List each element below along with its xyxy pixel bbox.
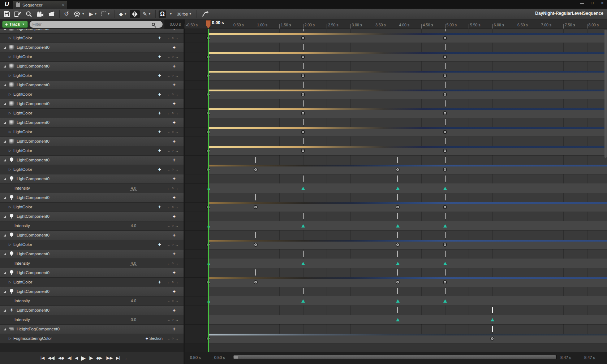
key-circle[interactable] <box>254 280 258 284</box>
key-navigation[interactable]: ←○→ <box>167 55 178 59</box>
save-icon[interactable] <box>2 10 12 18</box>
next-key-icon[interactable]: → <box>175 36 178 40</box>
next-key-icon[interactable]: → <box>175 318 178 322</box>
next-key-icon[interactable]: → <box>175 205 178 209</box>
key-circle[interactable] <box>443 280 447 284</box>
key-circle[interactable] <box>443 111 447 115</box>
expand-arrow-icon[interactable] <box>4 196 6 199</box>
track-row-lightcolor[interactable]: ▷LightColor+←○→ <box>0 34 184 43</box>
track-row-lightcomponent0[interactable]: LightComponent0+ <box>0 156 184 165</box>
track-row-foginscatteringcolor[interactable]: ▷FogInscatteringColor+Section←○→ <box>0 334 184 343</box>
prev-key-icon[interactable]: ← <box>167 130 171 134</box>
fps-dropdown[interactable]: 30 fps▼ <box>175 11 194 17</box>
add-key-button[interactable]: + <box>158 279 161 285</box>
collapse-arrow-icon[interactable]: ▷ <box>9 280 11 284</box>
add-section-button[interactable]: + <box>173 101 176 107</box>
tab-close-icon[interactable]: × <box>62 3 64 7</box>
timeline-row[interactable] <box>185 268 607 278</box>
add-key-icon[interactable]: ○ <box>172 130 174 134</box>
key-circle[interactable] <box>301 130 305 134</box>
key-circle[interactable] <box>443 36 447 40</box>
timeline-row[interactable] <box>185 146 607 156</box>
time-ruler[interactable]: -0.50 s0.50 s1.00 s1.50 s2.00 s2.50 s3.0… <box>185 20 607 29</box>
minimize-button[interactable]: — <box>579 1 585 5</box>
track-row-lightcolor[interactable]: ▷LightColor+←○→ <box>0 127 184 137</box>
add-key-icon[interactable]: ○ <box>172 299 174 303</box>
timeline-row[interactable] <box>185 184 607 193</box>
add-key-icon[interactable]: ○ <box>172 168 174 171</box>
key-circle[interactable] <box>443 74 447 78</box>
timeline-row[interactable] <box>185 231 607 240</box>
track-row-lightcomponent0[interactable]: LightComponent0+ <box>0 250 184 259</box>
key-circle[interactable] <box>301 149 305 153</box>
timeline-row[interactable] <box>185 287 607 296</box>
add-key-button[interactable]: + <box>158 148 161 153</box>
close-button[interactable]: × <box>599 1 606 5</box>
next-key-icon[interactable]: → <box>175 55 178 59</box>
add-key-icon[interactable]: ○ <box>172 186 174 190</box>
intensity-value-field[interactable]: 4.0 <box>130 186 137 191</box>
key-circle[interactable] <box>301 92 305 96</box>
collapsed-key-tick[interactable] <box>397 251 398 257</box>
add-key-icon[interactable]: ○ <box>172 205 174 209</box>
collapsed-key-tick[interactable] <box>397 269 398 276</box>
prev-key-icon[interactable]: ← <box>167 111 171 115</box>
track-row-lightcolor[interactable]: ▷LightColor+←○→ <box>0 203 184 212</box>
add-key-icon[interactable]: ○ <box>172 261 174 265</box>
marquee-select-icon[interactable]: ▼ <box>100 11 112 17</box>
prev-key-button[interactable]: ◀◆ <box>58 356 64 360</box>
collapsed-key-tick[interactable] <box>397 176 398 182</box>
add-section-button[interactable]: +Section <box>146 336 163 341</box>
playhead-line[interactable] <box>208 29 209 352</box>
keyframe-options-icon[interactable]: ◆▼ <box>118 10 129 18</box>
track-row-lightcomponent0[interactable]: ☀LightComponent0+ <box>0 306 184 315</box>
prev-key-icon[interactable]: ← <box>167 299 171 303</box>
track-row-intensity[interactable]: Intensity4.0←○→ <box>0 221 184 231</box>
collapsed-key-tick[interactable] <box>303 100 304 107</box>
timeline-row[interactable] <box>185 156 607 165</box>
timeline-row[interactable] <box>185 278 607 287</box>
key-navigation[interactable]: ←○→ <box>167 36 178 40</box>
track-row-lightcolor[interactable]: ▷LightColor+←○→ <box>0 71 184 81</box>
collapsed-key-tick[interactable] <box>445 251 445 257</box>
key-circle[interactable] <box>396 243 400 247</box>
add-key-icon[interactable]: ○ <box>172 92 174 96</box>
timeline-row[interactable] <box>185 193 607 203</box>
next-key-icon[interactable]: → <box>175 299 178 303</box>
prev-key-icon[interactable]: ← <box>167 74 171 78</box>
to-end-button[interactable]: ▶| <box>116 356 120 360</box>
key-circle[interactable] <box>443 149 447 153</box>
collapsed-key-tick[interactable] <box>303 213 304 219</box>
expand-arrow-icon[interactable] <box>4 29 6 30</box>
collapsed-key-tick[interactable] <box>492 326 493 332</box>
prev-key-icon[interactable]: ← <box>167 224 171 228</box>
add-section-button[interactable]: + <box>173 213 176 219</box>
section-band[interactable] <box>208 165 607 174</box>
key-triangle[interactable] <box>301 262 305 265</box>
add-section-button[interactable]: + <box>173 138 176 144</box>
add-key-icon[interactable]: ○ <box>172 243 174 246</box>
track-row-lightcomponent0[interactable]: LightComponent0+ <box>0 287 184 296</box>
camera-icon[interactable] <box>35 10 45 18</box>
auto-key-icon[interactable] <box>130 10 140 18</box>
expand-arrow-icon[interactable] <box>4 65 6 68</box>
key-circle[interactable] <box>396 205 400 209</box>
add-key-button[interactable]: + <box>158 35 161 41</box>
next-key-button[interactable]: ◆▶ <box>96 356 102 360</box>
timeline-row[interactable] <box>185 165 607 174</box>
track-row-lightcomponent0[interactable]: LightComponent0+ <box>0 43 184 52</box>
timeline-scrollbar[interactable] <box>233 355 557 359</box>
key-navigation[interactable]: ←○→ <box>167 186 178 190</box>
collapsed-key-tick[interactable] <box>445 194 445 200</box>
track-row-intensity[interactable]: Intensity4.0←○→ <box>0 184 184 193</box>
key-triangle[interactable] <box>443 262 447 265</box>
section-band[interactable] <box>208 296 607 306</box>
next-key-icon[interactable]: → <box>175 92 178 96</box>
next-key-icon[interactable]: → <box>175 280 178 284</box>
add-section-button[interactable]: + <box>173 120 176 125</box>
key-triangle[interactable] <box>396 187 400 190</box>
collapsed-key-tick[interactable] <box>303 138 304 144</box>
next-key-icon[interactable]: → <box>175 224 178 228</box>
section-band[interactable] <box>208 277 607 287</box>
add-key-button[interactable]: + <box>158 129 161 135</box>
